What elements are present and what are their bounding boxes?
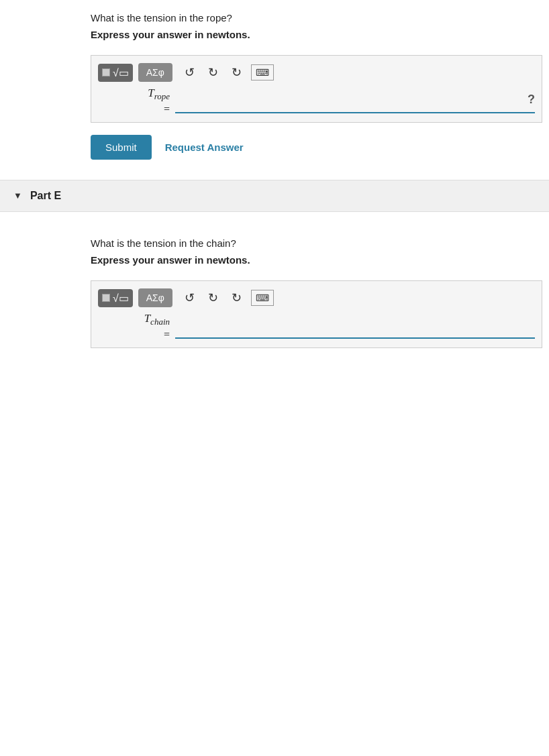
sqrt-icon: √▭ xyxy=(113,66,129,79)
part-d-label-container: Trope = xyxy=(98,87,175,115)
part-d-toolbar: √▭ ΑΣφ ↺ ↻ ↻ ⌨ xyxy=(98,62,535,83)
part-e-subscript: chain xyxy=(150,317,170,327)
part-e-undo-button[interactable]: ↺ xyxy=(181,288,199,308)
part-e-question-area: What is the tension in the chain? Expres… xyxy=(0,225,549,280)
part-e-label-container: Tchain = xyxy=(98,312,175,341)
part-e-symbol-button[interactable]: ΑΣφ xyxy=(138,288,172,307)
part-e-answer-box: √▭ ΑΣφ ↺ ↻ ↻ ⌨ Tchain = xyxy=(91,280,542,348)
part-e-section: ▼ Part E What is the tension in the chai… xyxy=(0,180,549,348)
part-d-action-row: Submit Request Answer xyxy=(91,135,549,160)
toolbar-right-icons: ↺ ↻ ↻ ⌨ xyxy=(181,62,274,83)
part-d-input[interactable] xyxy=(175,89,535,113)
help-icon[interactable]: ? xyxy=(528,93,535,107)
part-e-keyboard-button[interactable]: ⌨ xyxy=(251,290,274,306)
part-d-answer-box: √▭ ΑΣφ ↺ ↻ ↻ ⌨ Trope = xyxy=(91,55,542,123)
symbol-button[interactable]: ΑΣφ xyxy=(138,63,172,82)
part-e-redo-button[interactable]: ↻ xyxy=(204,288,222,308)
part-e-math-label: Tchain xyxy=(144,312,170,327)
part-d-express: Express your answer in newtons. xyxy=(91,29,549,40)
part-d-equals: = xyxy=(164,103,170,115)
part-e-header[interactable]: ▼ Part E xyxy=(0,180,549,212)
part-e-math-input-row: Tchain = xyxy=(98,312,535,341)
page: What is the tension in the rope? Express… xyxy=(0,0,549,756)
request-answer-link[interactable]: Request Answer xyxy=(165,142,244,153)
part-e-fraction-icon xyxy=(102,294,110,302)
part-d-question: What is the tension in the rope? xyxy=(91,12,549,23)
part-d-math-input-row: Trope = xyxy=(98,87,535,115)
part-e-toolbar: √▭ ΑΣφ ↺ ↻ ↻ ⌨ xyxy=(98,288,535,308)
part-e-math-toolbar-group: √▭ xyxy=(98,289,133,307)
keyboard-button[interactable]: ⌨ xyxy=(251,64,274,80)
fraction-icon xyxy=(102,68,110,76)
reset-button[interactable]: ↻ xyxy=(228,62,246,83)
part-d-question-area: What is the tension in the rope? Express… xyxy=(0,0,549,55)
submit-button[interactable]: Submit xyxy=(91,135,152,160)
part-e-reset-button[interactable]: ↻ xyxy=(228,288,246,308)
part-d-section: What is the tension in the rope? Express… xyxy=(0,0,549,160)
part-d-subscript: rope xyxy=(154,91,170,101)
redo-button[interactable]: ↻ xyxy=(204,62,222,83)
part-e-title: Part E xyxy=(30,190,61,202)
part-e-toolbar-right: ↺ ↻ ↻ ⌨ xyxy=(181,288,274,308)
part-e-input[interactable] xyxy=(175,315,535,339)
part-e-sqrt-icon: √▭ xyxy=(113,292,129,305)
part-d-math-label: Trope xyxy=(148,87,170,102)
part-e-express: Express your answer in newtons. xyxy=(91,254,549,266)
math-toolbar-group: √▭ xyxy=(98,64,133,82)
part-e-collapse-icon[interactable]: ▼ xyxy=(13,191,22,201)
undo-button[interactable]: ↺ xyxy=(181,62,199,83)
part-e-equals: = xyxy=(164,329,170,341)
part-e-question: What is the tension in the chain? xyxy=(91,237,549,249)
